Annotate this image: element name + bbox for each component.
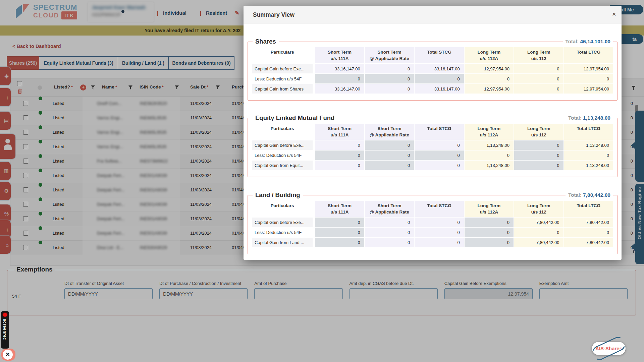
amount-cell: 33,16,147.00 (314, 83, 364, 94)
column-header: Long Termu/s 112 (514, 201, 563, 217)
column-header: Total LTCG (564, 124, 613, 140)
amount-cell: 0 (414, 217, 464, 227)
amount-cell: 0 (564, 73, 613, 83)
amount-cell: 12,97,954.00 (464, 83, 514, 94)
summary-row: Capital Gain from Shares33,16,147.00033,… (252, 83, 613, 94)
amount-cell: 1,13,248.00 (564, 140, 613, 150)
summary-row: Capital Gain from Land ...00007,80,442.0… (252, 237, 613, 247)
column-header: Particulars (252, 201, 314, 217)
amount-cell: 0 (364, 237, 414, 247)
summary-row: Less: Deduction u/s 54F000000 (252, 73, 613, 83)
amount-cell: 0 (314, 73, 364, 83)
amount-cell: 0 (464, 73, 514, 83)
column-header: Particulars (252, 124, 314, 140)
amount-cell: 12,97,954.00 (464, 63, 514, 73)
total-label: Total: (568, 192, 582, 198)
amount-cell: 0 (514, 150, 563, 160)
amount-cell: 0 (464, 150, 514, 160)
column-header: Short Termu/s 111A (314, 201, 364, 217)
amount-cell: 0 (564, 150, 613, 160)
amount-cell: 0 (464, 217, 514, 227)
amount-cell: 0 (364, 83, 414, 94)
amount-cell: 0 (314, 227, 364, 237)
particulars-cell: Capital Gain before Exe... (252, 63, 314, 73)
amount-cell: 1,13,248.00 (464, 160, 514, 170)
summary-section-1: SharesTotal: 46,14,101.00Particulars Sho… (248, 42, 618, 101)
summary-row: Less: Deduction u/s 54F000000 (252, 227, 613, 237)
summary-row: Capital Gain from Equit...0001,13,248.00… (252, 160, 613, 170)
screenrec-close-widget[interactable]: × (1, 349, 15, 361)
column-header: Total STCG (414, 201, 464, 217)
particulars-cell: Capital Gain before Exe... (252, 217, 314, 227)
summary-table: Particulars Short Termu/s 111AShort Term… (252, 47, 613, 94)
amount-cell: 0 (364, 63, 414, 73)
amount-cell: 0 (464, 227, 514, 237)
column-header: Short Term@ Applicable Rate (364, 201, 414, 217)
column-header: Total STCG (414, 47, 464, 63)
amount-cell: 7,80,442.00 (564, 237, 613, 247)
column-header: Long Termu/s 112A (464, 201, 514, 217)
amount-cell: 7,80,442.00 (564, 217, 613, 227)
amount-cell: 0 (414, 140, 464, 150)
summary-row: Capital Gain before Exe...0001,13,248.00… (252, 140, 613, 150)
column-header: Short Termu/s 111A (314, 47, 364, 63)
amount-cell: 12,97,954.00 (564, 83, 613, 94)
total-label: Total: (568, 115, 582, 121)
summary-section-2: Equity Linked Mutual FundTotal: 1,13,248… (248, 118, 618, 177)
column-header: Long Termu/s 112 (514, 47, 563, 63)
close-icon: × (3, 350, 13, 360)
amount-cell: 0 (364, 217, 414, 227)
column-header: Particulars (252, 47, 314, 63)
amount-cell: 0 (514, 140, 563, 150)
amount-cell: 12,97,954.00 (564, 63, 613, 73)
amount-cell: 0 (314, 237, 364, 247)
screenrec-widget[interactable]: screenrec (1, 311, 9, 349)
section-title: Equity Linked Mutual Fund (253, 114, 337, 122)
summary-row: Capital Gain before Exe...33,16,147.0003… (252, 63, 613, 73)
total-value: 1,13,248.00 (583, 115, 610, 121)
amount-cell: 0 (314, 150, 364, 160)
section-total: Total: 1,13,248.00 (566, 115, 613, 121)
amount-cell: 0 (314, 160, 364, 170)
amount-cell: 7,80,442.00 (514, 237, 563, 247)
ais-shares-button[interactable]: AIS-Shares (592, 342, 626, 355)
amount-cell: 0 (514, 83, 563, 94)
amount-cell: 0 (364, 160, 414, 170)
amount-cell: 33,16,147.00 (414, 63, 464, 73)
amount-cell: 0 (414, 150, 464, 160)
screenrec-label: screenrec (2, 319, 7, 340)
amount-cell: 33,16,147.00 (414, 83, 464, 94)
particulars-cell: Capital Gain from Shares (252, 83, 314, 94)
amount-cell: 7,80,442.00 (514, 217, 563, 227)
summary-table: Particulars Short Termu/s 111AShort Term… (252, 124, 613, 170)
total-value: 7,80,442.00 (583, 192, 610, 198)
column-header: Long Termu/s 112A (464, 124, 514, 140)
summary-row: Capital Gain before Exe...00007,80,442.0… (252, 217, 613, 227)
particulars-cell: Less: Deduction u/s 54F (252, 73, 314, 83)
summary-table: Particulars Short Termu/s 111AShort Term… (252, 201, 613, 247)
section-title: Shares (253, 38, 279, 45)
amount-cell: 1,13,248.00 (464, 140, 514, 150)
modal-header: Summary View × (244, 6, 622, 23)
record-dot-icon (3, 313, 7, 317)
modal-title: Summary View (253, 6, 294, 23)
section-title: Land / Building (253, 191, 303, 199)
column-header: Long Termu/s 112A (464, 47, 514, 63)
summary-section-3: Land / BuildingTotal: 7,80,442.00Particu… (248, 195, 618, 254)
amount-cell: 0 (414, 237, 464, 247)
particulars-cell: Capital Gain before Exe... (252, 140, 314, 150)
amount-cell: 0 (464, 237, 514, 247)
amount-cell: 1,13,248.00 (564, 160, 613, 170)
section-total: Total: 7,80,442.00 (566, 192, 613, 198)
close-icon[interactable]: × (612, 10, 616, 18)
summary-row: Less: Deduction u/s 54F000000 (252, 150, 613, 160)
amount-cell: 33,16,147.00 (314, 63, 364, 73)
amount-cell: 0 (514, 227, 563, 237)
section-total: Total: 46,14,101.00 (563, 39, 613, 45)
amount-cell: 0 (314, 217, 364, 227)
amount-cell: 0 (364, 73, 414, 83)
amount-cell: 0 (364, 227, 414, 237)
summary-view-modal: Summary View × SharesTotal: 46,14,101.00… (244, 6, 622, 260)
amount-cell: 0 (364, 140, 414, 150)
column-header: Total LTCG (564, 201, 613, 217)
